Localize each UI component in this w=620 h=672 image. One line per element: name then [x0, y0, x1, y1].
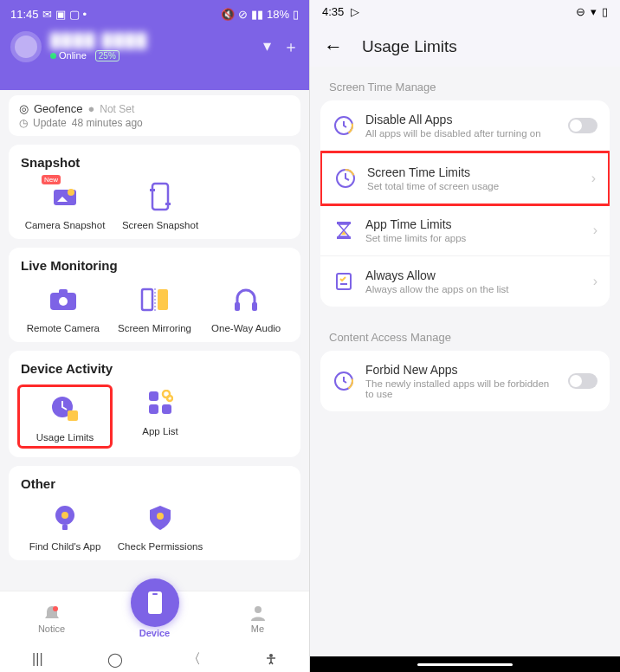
accessibility-button[interactable]: [265, 653, 277, 665]
other-card: Other Find Child's App Check Permissions: [9, 466, 300, 560]
more-icon: •: [83, 8, 87, 21]
remote-camera-item[interactable]: Remote Camera: [17, 281, 109, 333]
forbid-new-apps-item[interactable]: Forbid New Apps The newly installed apps…: [320, 351, 610, 411]
geofence-value: Not Set: [100, 103, 134, 115]
forbid-toggle[interactable]: [568, 373, 597, 389]
screen-snapshot-item[interactable]: Screen Snapshot: [113, 178, 208, 230]
home-button[interactable]: ◯: [107, 651, 123, 668]
add-icon[interactable]: ＋: [283, 36, 299, 57]
check-permissions-item[interactable]: Check Permissions: [113, 500, 208, 552]
live-monitoring-card: Live Monitoring Remote Camera Screen Mir…: [9, 248, 300, 342]
svg-rect-35: [337, 274, 351, 289]
signal-icon: ▮▮: [251, 8, 263, 21]
svg-rect-22: [62, 525, 68, 530]
svg-rect-15: [149, 391, 158, 401]
chevron-right-icon: ›: [593, 274, 597, 289]
page-header: ← Usage Limits: [310, 23, 620, 67]
geofence-label: Geofence: [34, 102, 82, 115]
online-status: Online: [50, 50, 87, 61]
screen-snapshot-icon: [149, 182, 171, 211]
svg-rect-8: [142, 289, 152, 310]
one-way-audio-item[interactable]: One-Way Audio: [200, 281, 292, 333]
home-indicator[interactable]: [417, 663, 513, 666]
svg-rect-16: [162, 404, 171, 414]
usage-limits-icon: [50, 395, 80, 423]
status-time-r: 4:35: [322, 5, 344, 18]
svg-rect-14: [68, 410, 78, 421]
chevron-right-icon: ›: [591, 171, 596, 186]
new-badge: New: [42, 175, 61, 184]
disable-toggle[interactable]: [568, 118, 597, 133]
camera-snapshot-item[interactable]: New Camera Snapshot: [17, 178, 113, 230]
left-header: 11:45 ✉ ▣ ▢ • 🔇 ⊘ ▮▮ 18% ▯ ████ ████ Onl…: [0, 0, 309, 90]
play-store-icon: ▷: [351, 5, 359, 18]
geofence-icon: ◎: [19, 102, 29, 115]
svg-point-1: [68, 189, 74, 196]
back-arrow[interactable]: ←: [324, 36, 343, 58]
screen-mirroring-item[interactable]: Screen Mirroring: [109, 281, 201, 333]
content-access-list: Forbid New Apps The newly installed apps…: [320, 351, 610, 411]
device-battery: 25%: [95, 50, 119, 61]
bottom-nav: Notice Device Me: [0, 591, 309, 646]
svg-point-23: [157, 513, 164, 520]
activity-title: Device Activity: [17, 361, 292, 376]
camera-icon: [48, 288, 78, 312]
disable-icon: [333, 114, 355, 137]
find-child-item[interactable]: Find Child's App: [17, 500, 113, 552]
section-content-access: Content Access Manage: [310, 317, 620, 351]
checklist-icon: [333, 270, 355, 293]
wifi-icon-r: ▾: [591, 5, 597, 18]
battery-icon: ▯: [293, 8, 299, 21]
camera-snapshot-icon: [50, 184, 80, 209]
svg-point-27: [255, 606, 262, 613]
chevron-right-icon: ›: [593, 223, 597, 238]
battery-icon-r: ▯: [602, 5, 608, 18]
avatar[interactable]: [10, 31, 42, 62]
always-allow-item[interactable]: Always Allow Always allow the apps on th…: [320, 256, 610, 307]
svg-rect-26: [152, 593, 158, 595]
svg-point-28: [269, 654, 273, 657]
live-title: Live Monitoring: [17, 258, 292, 273]
back-button[interactable]: 〈: [187, 650, 201, 669]
device-activity-card: Device Activity Usage Limits App List: [9, 351, 300, 457]
app-time-limits-item[interactable]: App Time Limits Set time limits for apps…: [320, 205, 610, 256]
right-phone-screen: 4:35 ▷ ⊖ ▾ ▯ ← Usage Limits Screen Time …: [310, 0, 620, 672]
usage-limits-item[interactable]: Usage Limits: [17, 384, 113, 449]
profile-row[interactable]: ████ ████ Online 25% ▾ ＋: [10, 31, 299, 62]
svg-rect-4: [165, 203, 171, 205]
svg-rect-7: [59, 289, 68, 294]
screen-time-list: Disable All Apps All apps will be disabl…: [320, 100, 610, 307]
nav-me[interactable]: Me: [223, 604, 293, 634]
svg-point-24: [53, 606, 58, 611]
app-list-item[interactable]: App List: [113, 384, 208, 449]
svg-point-19: [167, 396, 172, 401]
lightbulb-icon: [52, 504, 78, 532]
section-screen-time: Screen Time Manage: [310, 67, 620, 100]
status-time: 11:45: [10, 8, 39, 21]
android-nav-bar: ||| ◯ 〈: [0, 646, 309, 672]
message-icon: ✉: [42, 8, 52, 21]
disable-all-apps-item[interactable]: Disable All Apps All apps will be disabl…: [320, 100, 610, 152]
profile-name: ████ ████: [50, 33, 148, 48]
status-bar-left: 11:45 ✉ ▣ ▢ • 🔇 ⊘ ▮▮ 18% ▯: [10, 5, 299, 23]
recents-button[interactable]: |||: [32, 651, 42, 667]
forbid-icon: [333, 370, 355, 392]
svg-rect-11: [235, 302, 240, 311]
status-bar-right: 4:35 ▷ ⊖ ▾ ▯: [310, 0, 620, 23]
update-icon: ◷: [19, 117, 28, 129]
shield-icon: [148, 504, 172, 532]
dropdown-icon[interactable]: ▾: [263, 36, 271, 57]
app-list-icon: [147, 390, 173, 416]
app-icon: ▣: [55, 8, 66, 21]
mute-icon: 🔇: [221, 8, 235, 21]
svg-rect-12: [252, 302, 257, 311]
page-title: Usage Limits: [362, 37, 457, 56]
left-phone-screen: 11:45 ✉ ▣ ▢ • 🔇 ⊘ ▮▮ 18% ▯ ████ ████ Onl…: [0, 0, 310, 672]
snapshot-title: Snapshot: [17, 155, 292, 170]
gesture-bar: [310, 656, 620, 672]
screen-time-limits-item[interactable]: Screen Time Limits Set total time of scr…: [320, 151, 610, 206]
info-strip: ◎ Geofence ● Not Set ◷ Update 48 minutes…: [9, 95, 300, 136]
nav-device[interactable]: Device: [120, 599, 190, 638]
nav-notice[interactable]: Notice: [17, 604, 87, 634]
mirror-icon: [140, 287, 170, 313]
